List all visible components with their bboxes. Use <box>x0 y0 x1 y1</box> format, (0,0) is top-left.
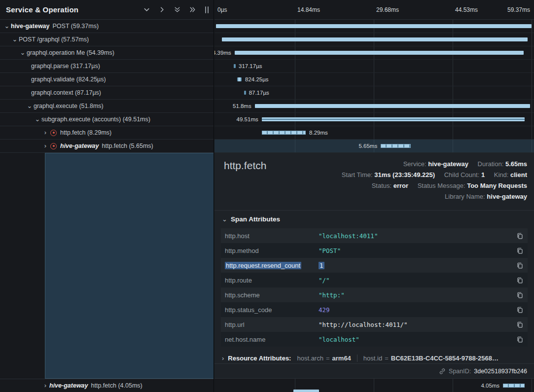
chevron-right-icon: › <box>222 355 224 361</box>
copy-icon[interactable] <box>513 291 524 299</box>
attribute-value: "http://localhost:4011/" <box>319 321 513 328</box>
meta-value: 5.65ms <box>505 160 527 168</box>
span-bar <box>234 64 236 68</box>
attribute-value: 1 <box>319 262 324 269</box>
meta-value: error <box>393 182 408 189</box>
expand-all-icon[interactable] <box>188 6 196 14</box>
tree-row[interactable]: › hive-gateway http.fetch (4.05ms) <box>0 379 214 392</box>
span-label: graphql.execute (51.8ms) <box>34 103 104 109</box>
attribute-row: http.host "localhost:4011" <box>221 228 528 243</box>
resource-pair: host.arch=arm64 <box>297 355 351 362</box>
tree-row[interactable]: graphql.parse (317.17µs) <box>0 60 214 73</box>
attribute-row: http.method "POST" <box>221 243 528 258</box>
timeline-row[interactable]: 4.05ms <box>214 379 534 392</box>
span-detail-panel: http.fetch Service: hive-gateway Duratio… <box>214 153 534 379</box>
span-bar <box>216 24 532 28</box>
duration-label: 824.25µs <box>245 76 269 82</box>
attribute-key: http.status_code <box>225 306 319 314</box>
tree-row[interactable]: › http.fetch (8.29ms) <box>0 126 214 140</box>
chevron-down-icon[interactable]: ⌄ <box>34 116 41 122</box>
timeline-row-selected[interactable]: 5.65ms <box>214 140 534 153</box>
copy-icon[interactable] <box>513 321 524 328</box>
resource-value: BC62E13B-C4CC-5854-9788-2568… <box>391 355 498 362</box>
trace-viewer: Service & Operation ⌄ hive-gateway POST … <box>0 0 534 392</box>
divider <box>214 210 534 211</box>
tree-row[interactable]: ⌄ hive-gateway POST (59.37ms) <box>0 20 214 33</box>
timeline-row[interactable] <box>214 33 534 46</box>
chevron-down-icon[interactable]: ⌄ <box>26 103 34 109</box>
tree-row[interactable]: ⌄ POST /graphql (57.57ms) <box>0 33 214 46</box>
panel-resize-handle[interactable] <box>204 5 210 14</box>
chevron-right-icon[interactable]: › <box>41 143 49 149</box>
attribute-key: http.method <box>225 247 319 254</box>
link-icon[interactable] <box>439 368 446 375</box>
timeline-row[interactable]: 49.51ms <box>214 113 534 126</box>
span-label: http.fetch (8.29ms) <box>60 129 111 136</box>
expand-one-icon[interactable] <box>158 6 166 14</box>
meta-label: Start Time: <box>342 171 373 178</box>
timeline-row[interactable]: 824.25µs <box>214 73 534 86</box>
timeline-row[interactable]: 87.17µs <box>214 86 534 100</box>
service-operation-panel: Service & Operation ⌄ hive-gateway POST … <box>0 0 214 392</box>
span-label: graphql.parse (317.17µs) <box>31 63 100 70</box>
duration-label: 317.17µs <box>239 63 262 69</box>
attribute-row: http.route "/" <box>221 273 528 287</box>
copy-icon[interactable] <box>513 336 524 343</box>
copy-icon[interactable] <box>513 247 524 254</box>
attribute-row: http.url "http://localhost:4011/" <box>221 317 528 332</box>
resource-attributes-toggle[interactable]: › Resource Attributes: host.arch=arm64 h… <box>222 352 527 364</box>
attribute-key: http.route <box>225 277 319 284</box>
meta-value: 1 <box>481 171 485 178</box>
resource-key: host.arch <box>297 355 323 362</box>
attribute-value: "localhost:4011" <box>319 232 513 240</box>
collapse-one-icon[interactable] <box>142 6 150 14</box>
spanid-value: 3de02518937fb246 <box>474 368 527 375</box>
timeline-row[interactable]: 317.17µs <box>214 60 534 73</box>
meta-label: Status: <box>372 182 392 189</box>
tree-row[interactable]: ⌄ graphql.execute (51.8ms) <box>0 100 214 113</box>
span-bar <box>262 131 306 135</box>
meta-value: 31ms (23:35:49.225) <box>374 171 435 178</box>
attribute-row: http.scheme "http:" <box>221 287 528 302</box>
copy-icon[interactable] <box>513 262 524 269</box>
span-label: graphql.context (87.17µs) <box>31 89 101 96</box>
tree-row[interactable]: ⌄ graphql.operation Me (54.39ms) <box>0 46 214 60</box>
tree-row[interactable]: graphql.validate (824.25µs) <box>0 73 214 86</box>
chevron-right-icon[interactable]: › <box>41 382 49 389</box>
attribute-key: http.scheme <box>225 291 319 299</box>
span-label: graphql.validate (824.25µs) <box>31 76 106 83</box>
tree-row[interactable]: ⌄ subgraph.execute (accounts) (49.51ms) <box>0 113 214 126</box>
span-bar <box>503 384 525 388</box>
chevron-down-icon[interactable]: ⌄ <box>19 49 27 56</box>
attribute-value: "http:" <box>319 291 513 299</box>
chevron-down-icon[interactable]: ⌄ <box>3 23 11 29</box>
tick-label: 29.68ms <box>376 6 399 13</box>
span-detail-footer: SpanID: 3de02518937fb246 <box>214 363 534 378</box>
chevron-down-icon[interactable]: ⌄ <box>11 36 19 42</box>
copy-icon[interactable] <box>513 277 524 284</box>
timeline-row[interactable]: 54.39ms <box>214 46 534 60</box>
span-attributes-toggle[interactable]: ⌄ Span Attributes <box>222 215 280 223</box>
timeline-row[interactable] <box>214 20 534 33</box>
left-panel-header: Service & Operation <box>0 0 214 20</box>
timeline-rows: 54.39ms 317.17µs 824.25µs 87.17µs 51.8ms… <box>214 20 534 153</box>
span-label: POST (59.37ms) <box>53 23 99 30</box>
attribute-value: "localhost" <box>319 336 513 343</box>
collapse-all-icon[interactable] <box>173 6 181 14</box>
tree-row-selected[interactable]: › hive-gateway http.fetch (5.65ms) <box>0 140 214 153</box>
panel-title: Service & Operation <box>6 5 135 14</box>
timeline-row[interactable]: 51.8ms <box>214 100 534 113</box>
next-span-bar-peek <box>293 390 319 392</box>
timeline-row[interactable]: 8.29ms <box>214 126 534 140</box>
copy-icon[interactable] <box>513 306 524 314</box>
timeline-panel: 0µs 14.84ms 29.68ms 44.53ms 59.37ms 54.3… <box>214 0 534 392</box>
meta-label: Child Count: <box>444 171 480 178</box>
duration-label: 4.05ms <box>481 383 499 389</box>
error-icon <box>50 130 57 136</box>
tick-label: 59.37ms <box>507 6 530 13</box>
attribute-row: net.host.name "localhost" <box>221 332 528 347</box>
copy-icon[interactable] <box>513 232 524 240</box>
chevron-right-icon[interactable]: › <box>41 129 49 136</box>
meta-label: Status Message: <box>418 182 465 189</box>
tree-row[interactable]: graphql.context (87.17µs) <box>0 86 214 100</box>
